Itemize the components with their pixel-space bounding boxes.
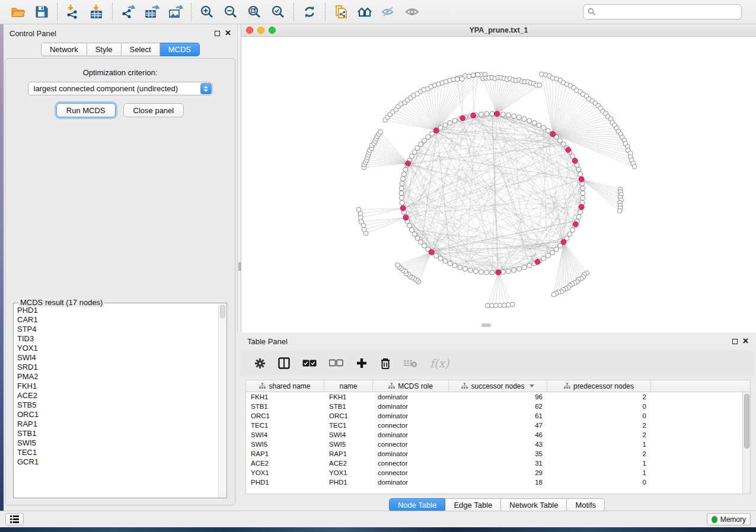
mcds-result-item[interactable]: STB1 (14, 429, 218, 438)
cell-successor-nodes[interactable]: 96 (449, 392, 547, 402)
function-builder-icon[interactable]: f(x) (430, 357, 449, 370)
table-row[interactable]: STB1STB1dominator620 (246, 402, 742, 411)
cell-MCDS-role[interactable]: connector (373, 468, 449, 477)
zoom-out-icon[interactable] (219, 2, 243, 22)
cell-shared-name[interactable]: ACE2 (246, 459, 324, 468)
cell-successor-nodes[interactable]: 62 (449, 402, 547, 411)
cell-MCDS-role[interactable]: dominator (373, 402, 449, 411)
cell-predecessor-nodes[interactable]: 2 (547, 430, 651, 440)
table-row[interactable]: TEC1TEC1connector472 (246, 421, 742, 430)
mcds-result-item[interactable]: PMA2 (14, 372, 218, 382)
search-input[interactable] (596, 8, 737, 17)
show-all-icon[interactable] (400, 2, 424, 22)
cell-successor-nodes[interactable]: 18 (449, 477, 547, 487)
cell-MCDS-role[interactable]: dominator (373, 411, 449, 421)
table-row[interactable]: SWI5SWI5connector431 (246, 440, 742, 449)
cell-shared-name[interactable]: PHD1 (246, 477, 324, 487)
tab-edge-table[interactable]: Edge Table (445, 498, 501, 512)
cell-shared-name[interactable]: SWI4 (246, 430, 324, 440)
cell-name[interactable]: SWI5 (324, 440, 373, 449)
table-row[interactable]: ORC1ORC1dominator610 (246, 411, 742, 421)
cell-predecessor-nodes[interactable]: 2 (547, 421, 651, 430)
network-left-scrollbar[interactable] (237, 24, 241, 332)
cell-successor-nodes[interactable]: 47 (449, 421, 547, 430)
hide-selected-icon[interactable] (377, 2, 400, 22)
mcds-result-item[interactable]: STP4 (14, 325, 218, 334)
table-row[interactable]: PHD1PHD1dominator180 (246, 477, 742, 487)
delete-column-icon[interactable] (380, 357, 391, 369)
table-row[interactable]: RAP1RAP1dominator352 (246, 449, 742, 459)
cell-shared-name[interactable]: YOX1 (246, 468, 324, 477)
cell-shared-name[interactable]: TEC1 (246, 421, 324, 430)
cell-successor-nodes[interactable]: 29 (449, 468, 547, 477)
cell-MCDS-role[interactable]: connector (373, 421, 449, 430)
network-left-scrollbar-thumb[interactable] (238, 262, 241, 271)
import-network-icon[interactable] (61, 2, 85, 22)
search-field[interactable] (583, 4, 742, 20)
mcds-result-item[interactable]: TEC1 (14, 448, 218, 457)
cell-shared-name[interactable]: FKH1 (246, 392, 324, 402)
close-panel-button[interactable]: Close panel (123, 103, 184, 117)
table-row[interactable]: ACE2ACE2connector311 (246, 459, 742, 468)
cell-shared-name[interactable]: RAP1 (246, 449, 324, 459)
result-scrollbar[interactable] (218, 304, 226, 497)
mcds-result-item[interactable]: RAP1 (14, 419, 218, 429)
cell-name[interactable]: TEC1 (324, 421, 373, 430)
cell-MCDS-role[interactable]: dominator (373, 430, 449, 440)
mcds-result-item[interactable]: CAR1 (14, 315, 218, 325)
cell-successor-nodes[interactable]: 35 (449, 449, 547, 459)
export-table-icon[interactable] (140, 2, 164, 22)
table-row[interactable]: YOX1YOX1connector291 (246, 468, 742, 477)
cell-shared-name[interactable]: STB1 (246, 402, 324, 411)
cell-predecessor-nodes[interactable]: 1 (547, 440, 651, 449)
cell-name[interactable]: SWI4 (324, 430, 373, 440)
tab-network[interactable]: Network (41, 43, 87, 56)
mcds-result-item[interactable]: FKH1 (14, 382, 218, 391)
zoom-fit-icon[interactable] (243, 2, 266, 22)
cell-MCDS-role[interactable]: dominator (373, 392, 449, 402)
cell-name[interactable]: RAP1 (324, 449, 373, 459)
select-all-icon[interactable] (302, 359, 317, 367)
network-window-titlebar[interactable]: YPA_prune.txt_1 (241, 24, 756, 37)
result-scrollbar-thumb[interactable] (220, 305, 225, 318)
cell-name[interactable]: FKH1 (324, 392, 373, 402)
import-table-icon[interactable] (85, 2, 109, 22)
network-hscrollbar-thumb[interactable] (481, 323, 491, 327)
refresh-view-icon[interactable] (298, 2, 321, 22)
cell-name[interactable]: YOX1 (324, 468, 373, 477)
delete-table-icon[interactable] (403, 358, 417, 368)
column-header-name[interactable]: name (324, 380, 373, 392)
mcds-result-item[interactable]: ACE2 (14, 391, 218, 400)
add-column-icon[interactable] (356, 357, 368, 369)
cell-predecessor-nodes[interactable]: 0 (547, 402, 651, 411)
task-history-button[interactable] (5, 513, 24, 525)
tab-node-table[interactable]: Node Table (389, 498, 446, 512)
mcds-result-item[interactable]: STB5 (14, 400, 218, 410)
cell-MCDS-role[interactable]: dominator (373, 449, 449, 459)
cell-successor-nodes[interactable]: 43 (449, 440, 547, 449)
column-header-predecessor-nodes[interactable]: predecessor nodes (547, 380, 651, 392)
cell-MCDS-role[interactable]: dominator (373, 477, 449, 487)
column-header-shared-name[interactable]: shared name (246, 380, 324, 392)
tab-mcds[interactable]: MCDS (160, 43, 200, 56)
export-image-icon[interactable] (164, 2, 187, 22)
open-file-icon[interactable] (6, 2, 30, 22)
cell-shared-name[interactable]: SWI5 (246, 440, 324, 449)
cell-predecessor-nodes[interactable]: 1 (547, 468, 651, 477)
column-header-successor-nodes[interactable]: successor nodes (449, 380, 547, 392)
deselect-all-icon[interactable] (329, 359, 343, 367)
network-canvas[interactable] (241, 37, 756, 328)
mcds-result-item[interactable]: GCR1 (14, 457, 218, 467)
float-panel-icon[interactable] (215, 31, 220, 36)
zoom-selected-icon[interactable] (266, 2, 290, 22)
cell-name[interactable]: STB1 (324, 402, 373, 411)
close-table-panel-icon[interactable]: ✕ (742, 338, 749, 344)
mcds-result-item[interactable]: SWI5 (14, 438, 218, 448)
tab-select[interactable]: Select (122, 43, 160, 56)
run-mcds-button[interactable]: Run MCDS (56, 103, 116, 117)
cell-name[interactable]: ACE2 (324, 459, 373, 468)
cell-successor-nodes[interactable]: 46 (449, 430, 547, 440)
criterion-select[interactable]: largest connected component (undirected) (28, 82, 213, 95)
table-settings-icon[interactable] (254, 358, 266, 369)
cell-name[interactable]: ORC1 (324, 411, 373, 421)
